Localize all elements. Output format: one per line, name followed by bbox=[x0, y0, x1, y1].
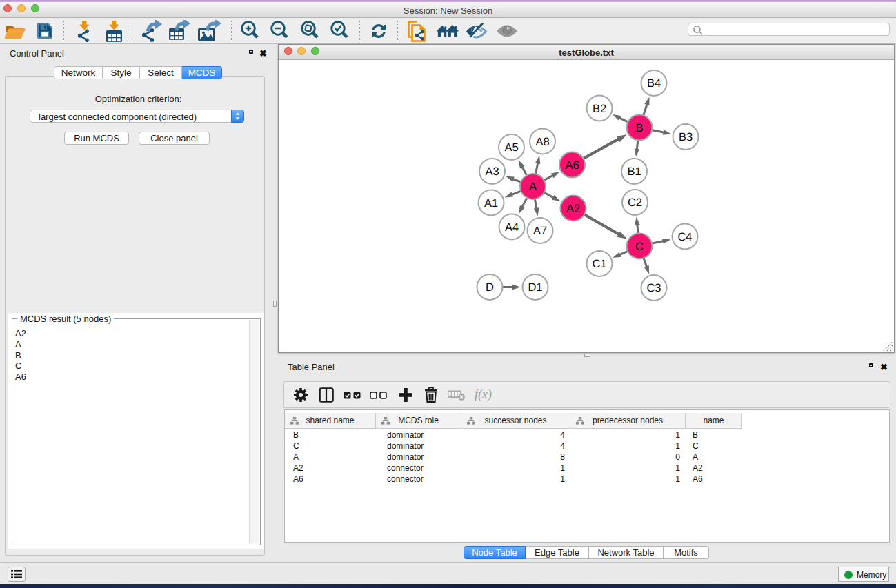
svg-text:A: A bbox=[529, 181, 537, 193]
svg-text:B: B bbox=[635, 122, 643, 134]
svg-text:C: C bbox=[635, 241, 644, 253]
svg-text:A5: A5 bbox=[504, 141, 518, 154]
svg-text:D: D bbox=[486, 281, 494, 294]
svg-text:B2: B2 bbox=[593, 103, 606, 115]
svg-text:D1: D1 bbox=[528, 281, 542, 294]
svg-text:B3: B3 bbox=[679, 131, 693, 143]
svg-text:A1: A1 bbox=[484, 197, 498, 210]
svg-text:C4: C4 bbox=[677, 231, 692, 243]
svg-text:A3: A3 bbox=[485, 165, 499, 178]
svg-text:A4: A4 bbox=[505, 221, 519, 234]
svg-text:C3: C3 bbox=[646, 282, 661, 294]
svg-text:A2: A2 bbox=[566, 203, 580, 215]
svg-text:B4: B4 bbox=[647, 77, 661, 90]
svg-text:A6: A6 bbox=[565, 159, 579, 172]
svg-text:A7: A7 bbox=[533, 225, 547, 237]
svg-text:C1: C1 bbox=[592, 258, 606, 270]
svg-text:B1: B1 bbox=[627, 165, 641, 178]
svg-text:C2: C2 bbox=[628, 196, 642, 209]
svg-text:A8: A8 bbox=[535, 136, 549, 148]
